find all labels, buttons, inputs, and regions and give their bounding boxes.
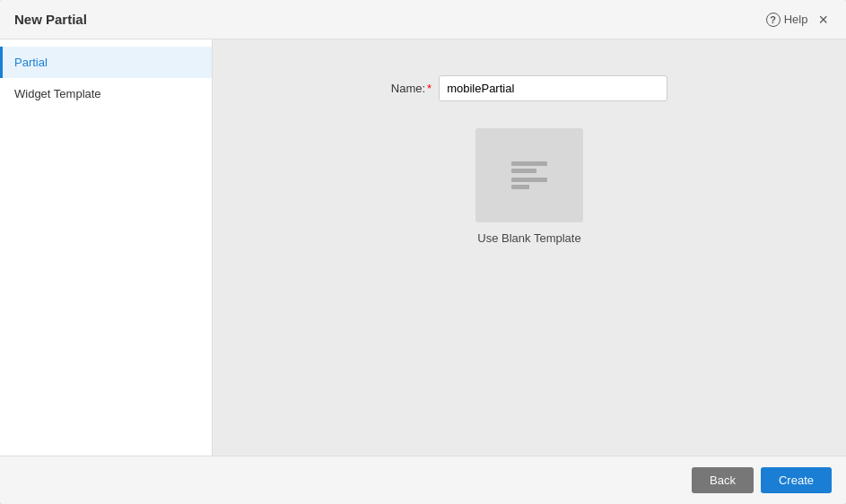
name-input[interactable]: [439, 75, 667, 101]
icon-line-3: [511, 178, 547, 182]
icon-line-2: [511, 169, 536, 173]
template-label: Use Blank Template: [477, 231, 580, 245]
create-button[interactable]: Create: [761, 467, 832, 493]
name-row: Name:*: [391, 75, 667, 101]
icon-line-group-top: [511, 161, 547, 173]
new-partial-dialog: New Partial ? Help × Partial Widget Temp…: [0, 0, 846, 504]
template-icon: [511, 161, 547, 189]
sidebar: Partial Widget Template: [0, 39, 213, 456]
help-button[interactable]: ? Help: [766, 13, 808, 27]
blank-template-card[interactable]: Use Blank Template: [475, 128, 583, 245]
sidebar-item-widget-template[interactable]: Widget Template: [0, 78, 212, 109]
dialog-title: New Partial: [14, 12, 87, 27]
icon-line-4: [511, 185, 529, 189]
back-button[interactable]: Back: [692, 467, 754, 493]
dialog-header: New Partial ? Help ×: [0, 0, 846, 39]
icon-line-1: [511, 161, 547, 166]
header-actions: ? Help ×: [766, 10, 832, 30]
template-preview: [475, 128, 583, 222]
close-button[interactable]: ×: [815, 10, 832, 30]
required-indicator: *: [427, 82, 432, 95]
main-content: Name:*: [213, 39, 846, 456]
dialog-body: Partial Widget Template Name:*: [0, 39, 846, 456]
icon-line-group-bottom: [511, 178, 547, 189]
name-label: Name:*: [391, 82, 432, 95]
sidebar-item-partial[interactable]: Partial: [0, 47, 212, 78]
dialog-footer: Back Create: [0, 456, 846, 504]
help-icon: ?: [766, 13, 781, 27]
help-label: Help: [784, 13, 808, 26]
